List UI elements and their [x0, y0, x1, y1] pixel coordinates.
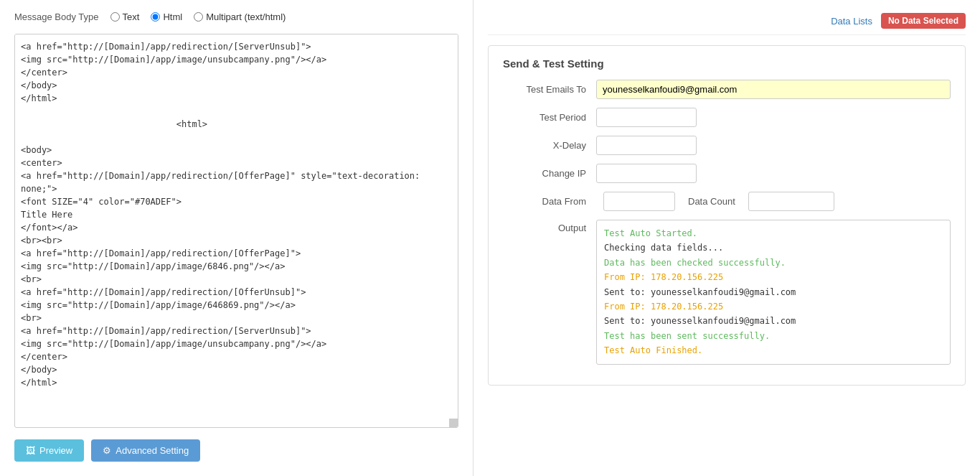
- gear-icon: ⚙: [103, 445, 111, 456]
- data-lists-link[interactable]: Data Lists: [831, 16, 872, 27]
- code-editor-wrapper: [14, 34, 458, 428]
- radio-text-option[interactable]: Text: [110, 11, 140, 22]
- output-line: Data has been checked successfully.: [604, 256, 943, 270]
- output-line: Sent to: younesselkanfoudi9@gmail.com: [604, 285, 943, 299]
- test-period-label: Test Period: [503, 112, 596, 123]
- output-line: From IP: 178.20.156.225: [604, 299, 943, 314]
- code-editor[interactable]: [15, 34, 458, 386]
- section-title: Send & Test Setting: [503, 57, 951, 70]
- radio-text-input[interactable]: [110, 12, 120, 22]
- data-count-input[interactable]: [748, 192, 834, 211]
- change-ip-label: Change IP: [503, 168, 596, 179]
- message-body-type-row: Message Body Type Text Html Multipart (t…: [14, 7, 458, 27]
- output-line: From IP: 178.20.156.225: [604, 270, 943, 284]
- output-line: Sent to: younesselkanfoudi9@gmail.com: [604, 314, 943, 328]
- x-delay-input[interactable]: [596, 136, 697, 155]
- output-line: Test has been sent successfully.: [604, 329, 943, 343]
- radio-multipart-label: Multipart (text/html): [206, 11, 286, 22]
- test-emails-label: Test Emails To: [503, 84, 596, 95]
- radio-html-input[interactable]: [151, 12, 160, 22]
- advanced-setting-button[interactable]: ⚙ Advanced Setting: [91, 439, 200, 462]
- data-lists-row: Data Lists No Data Selected: [488, 7, 966, 35]
- output-box: Test Auto Started.Checking data fields..…: [596, 220, 951, 365]
- output-line: Test Auto Finished.: [604, 343, 943, 358]
- send-test-setting-panel: Send & Test Setting Test Emails To Test …: [488, 45, 966, 386]
- bottom-buttons: 🖼 Preview ⚙ Advanced Setting: [14, 439, 458, 462]
- radio-html-option[interactable]: Html: [151, 11, 182, 22]
- radio-multipart-input[interactable]: [194, 12, 203, 22]
- test-period-input[interactable]: [596, 108, 697, 127]
- data-from-row: Data From Data Count: [503, 192, 951, 211]
- output-line: Test Auto Started.: [604, 226, 943, 241]
- test-emails-input[interactable]: [596, 80, 951, 99]
- no-data-badge: No Data Selected: [881, 13, 966, 29]
- output-label: Output: [503, 220, 596, 233]
- change-ip-input[interactable]: [596, 164, 697, 183]
- radio-html-label: Html: [163, 11, 182, 22]
- data-from-label: Data From: [503, 196, 596, 207]
- preview-button[interactable]: 🖼 Preview: [14, 439, 84, 462]
- image-icon: 🖼: [26, 445, 35, 456]
- test-period-row: Test Period: [503, 108, 951, 127]
- resize-handle[interactable]: [449, 419, 458, 427]
- advanced-setting-label: Advanced Setting: [116, 445, 189, 456]
- x-delay-label: X-Delay: [503, 140, 596, 151]
- radio-multipart-option[interactable]: Multipart (text/html): [194, 11, 286, 22]
- test-emails-row: Test Emails To: [503, 80, 951, 99]
- data-count-label: Data Count: [688, 196, 735, 207]
- output-row: Output Test Auto Started.Checking data f…: [503, 220, 951, 365]
- change-ip-row: Change IP: [503, 164, 951, 183]
- output-line: Checking data fields...: [604, 241, 943, 255]
- message-body-type-label: Message Body Type: [14, 11, 99, 22]
- x-delay-row: X-Delay: [503, 136, 951, 155]
- radio-text-label: Text: [123, 11, 140, 22]
- data-from-input[interactable]: [603, 192, 675, 211]
- preview-label: Preview: [39, 445, 72, 456]
